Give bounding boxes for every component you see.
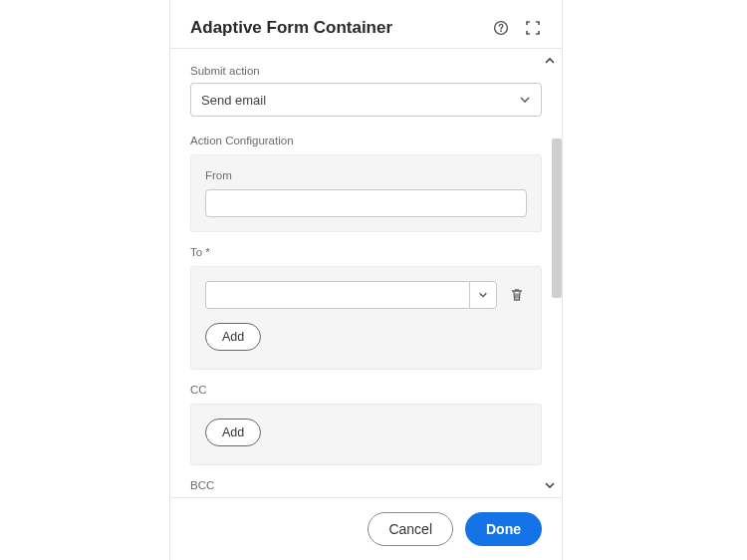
from-group: From (190, 154, 542, 232)
to-input[interactable] (205, 281, 469, 309)
dialog-body: Submit action Send email Action Configur… (170, 49, 562, 497)
trash-icon[interactable] (507, 285, 527, 305)
to-combo (205, 281, 497, 309)
cc-label: CC (190, 384, 542, 396)
done-button[interactable]: Done (465, 512, 542, 546)
action-config-label: Action Configuration (190, 135, 542, 146)
scroll-area: Submit action Send email Action Configur… (170, 49, 562, 497)
to-label: To * (190, 246, 542, 258)
to-dropdown-button[interactable] (469, 281, 497, 309)
dialog: Adaptive Form Container Submit action Se… (169, 0, 563, 560)
submit-action-select[interactable]: Send email (190, 83, 542, 117)
from-input[interactable] (205, 189, 527, 217)
cc-add-button[interactable]: Add (205, 419, 261, 446)
from-label: From (205, 169, 527, 181)
submit-action-label: Submit action (190, 65, 542, 77)
dialog-title: Adaptive Form Container (190, 18, 492, 38)
cc-group: Add (190, 404, 542, 465)
header-icons (492, 19, 542, 37)
to-row (205, 281, 527, 309)
chevron-down-icon (519, 94, 531, 106)
fullscreen-icon[interactable] (524, 19, 542, 37)
bcc-label: BCC (190, 479, 542, 491)
dialog-footer: Cancel Done (170, 497, 562, 560)
submit-action-value: Send email (201, 93, 266, 108)
cancel-button[interactable]: Cancel (368, 512, 453, 546)
help-icon[interactable] (492, 19, 510, 37)
to-group: Add (190, 266, 542, 370)
svg-point-1 (500, 30, 502, 32)
to-add-button[interactable]: Add (205, 323, 261, 351)
dialog-header: Adaptive Form Container (170, 0, 562, 49)
